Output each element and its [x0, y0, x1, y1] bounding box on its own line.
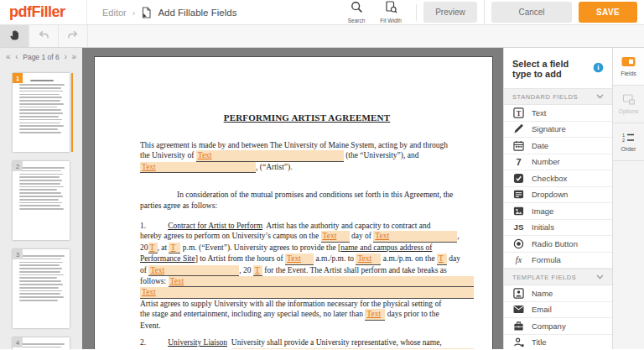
fillable-text-field[interactable]: Text [140, 162, 256, 173]
app-logo[interactable]: pdfFiller [0, 0, 87, 24]
field-type-label: Company [532, 321, 566, 331]
field-type-name[interactable]: Name [504, 285, 612, 302]
field-type-title[interactable]: Title [504, 335, 612, 350]
breadcrumb-current: Add Fillable Fields [158, 8, 236, 18]
page-thumbnail-4[interactable]: 4 [13, 337, 70, 350]
page-thumbnail-2[interactable]: 2 [13, 161, 70, 240]
underlined-text: Contract for Artist to Perform [168, 221, 262, 231]
document-line: of Text, 20 T for the Event. The Artist … [140, 265, 474, 276]
document-line: In consideration of the mutual promises … [140, 190, 474, 200]
checkbox-icon [512, 172, 525, 184]
field-type-image[interactable]: Image [504, 203, 612, 220]
field-type-label: Email [532, 305, 552, 314]
signature-icon [512, 123, 525, 135]
document-text: 20 [140, 243, 148, 253]
field-type-formula[interactable]: fxFormula [504, 253, 612, 269]
order-icon: 12 [622, 132, 635, 144]
fillable-text-field[interactable]: T [148, 243, 158, 253]
fit-width-button[interactable]: Fit Width [380, 1, 402, 24]
prev-page-button[interactable]: ‹ [15, 53, 18, 61]
rail-tab-fields[interactable]: Fields [613, 48, 644, 86]
fillable-text-field[interactable]: Text [373, 231, 457, 242]
field-type-label: Date [532, 141, 548, 150]
fillable-text-field[interactable]: Text [231, 348, 474, 350]
document-text: , [457, 231, 459, 241]
document-line: follows: Text [140, 276, 474, 287]
field-type-sections: STANDARD FIELDSTTextSignatureDate7Number… [504, 88, 612, 350]
info-icon[interactable]: i [593, 61, 604, 76]
document-line: hereby agrees to perform on University’s… [140, 231, 474, 242]
fillable-text-field[interactable]: Text [196, 150, 344, 161]
divider [484, 0, 485, 25]
page-thumbnail-3[interactable]: 3 [13, 249, 70, 328]
document-line: Text [140, 287, 474, 298]
preview-button[interactable]: Preview [423, 2, 477, 23]
document-text: ] to Artist from the hours of [195, 253, 285, 264]
section-header-template-fields[interactable]: TEMPLATE FIELDS [504, 269, 612, 285]
redo-button[interactable] [59, 25, 88, 47]
fillable-text-field[interactable]: Text [148, 265, 239, 276]
pan-tool-button[interactable] [0, 25, 29, 47]
fillable-text-field[interactable]: Text [169, 276, 474, 287]
fillable-text-field[interactable]: T [437, 253, 447, 264]
fillable-text-field[interactable]: Text [285, 253, 314, 264]
field-type-company[interactable]: Company [504, 318, 612, 335]
fillable-text-field[interactable]: Text [140, 287, 474, 298]
first-page-button[interactable]: « [6, 53, 11, 61]
undo-button[interactable] [29, 25, 59, 47]
document-text: days prior to the [385, 309, 439, 319]
last-page-button[interactable]: » [71, 53, 76, 61]
next-page-button[interactable]: › [64, 53, 66, 61]
field-type-signature[interactable]: Signature [504, 122, 612, 138]
document-text: 2. [140, 337, 146, 347]
field-type-radio[interactable]: Radio Button [504, 236, 612, 253]
fillable-text-field[interactable]: Text [365, 309, 385, 320]
divider [416, 4, 417, 21]
page-thumbnail-1[interactable]: 1 [13, 73, 70, 152]
field-type-checkbox[interactable]: Checkbox [504, 170, 612, 187]
field-type-text[interactable]: TText [504, 105, 612, 122]
field-type-dropdown[interactable]: Dropdown [504, 187, 612, 204]
fillable-text-field[interactable]: T [169, 243, 180, 253]
field-type-number[interactable]: 7Number [504, 154, 612, 171]
document-edit-icon [141, 7, 152, 18]
date-icon [512, 139, 525, 151]
fields-sidebar: Select a field type to add i STANDARD FI… [503, 48, 612, 349]
field-type-label: Formula [532, 255, 561, 264]
chevron-down-icon [596, 274, 604, 281]
field-type-label: Dropdown [532, 190, 568, 199]
document-page[interactable]: PERFORMING ARTIST AGREEMENT This agreeme… [94, 56, 493, 349]
breadcrumb-editor[interactable]: Editor [102, 8, 127, 18]
field-type-label: Signature [532, 124, 566, 133]
fillable-text-field[interactable]: Text [321, 231, 350, 242]
sidebar-title-row: Select a field type to add i [504, 48, 612, 88]
field-label: Text [198, 151, 212, 159]
chevron-down-icon [596, 93, 604, 101]
rail-tab-order[interactable]: 12Order [613, 123, 644, 161]
document-line: the University of Text (the “University”… [140, 150, 474, 161]
field-type-email[interactable]: Email [504, 302, 612, 319]
fillable-text-field[interactable]: T [253, 265, 262, 276]
search-button[interactable]: Search [348, 1, 366, 24]
fillable-text-field[interactable]: Text [356, 253, 381, 264]
formula-icon: fx [512, 254, 525, 266]
document-line: 1.Contract for Artist to Perform Artist … [140, 221, 474, 231]
document-text: (the “University”), and [344, 150, 419, 160]
page-navigation: « ‹ Page 1 of 6 › » [0, 48, 82, 66]
redo-icon [66, 29, 80, 44]
field-type-label: Number [532, 157, 560, 166]
field-type-initials[interactable]: JSInitials [504, 220, 612, 237]
document-line: Event. [140, 321, 474, 331]
document-text: of [140, 265, 148, 275]
document-text: hereby agrees to perform on University’s… [140, 231, 321, 241]
image-icon [512, 205, 525, 217]
document-line: This agreement is made by and between Th… [140, 140, 474, 150]
breadcrumb: Editor › Add Fillable Fields [87, 7, 236, 18]
field-type-date[interactable]: Date [504, 138, 612, 154]
cancel-button[interactable]: Cancel [491, 2, 572, 23]
underlined-text: Performance Site [140, 253, 195, 264]
document-viewer[interactable]: PERFORMING ARTIST AGREEMENT This agreeme… [82, 48, 503, 349]
save-button[interactable]: SAVE [579, 2, 637, 23]
section-header-standard-fields[interactable]: STANDARD FIELDS [504, 88, 612, 105]
svg-text:JS: JS [514, 222, 524, 232]
